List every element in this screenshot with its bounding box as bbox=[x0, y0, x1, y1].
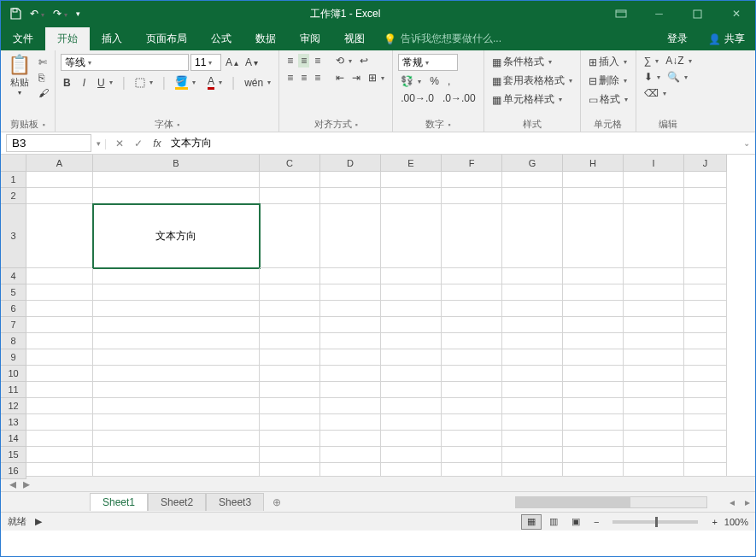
cell-J7[interactable] bbox=[684, 317, 727, 333]
cell-J15[interactable] bbox=[684, 447, 727, 463]
row-header-1[interactable]: 1 bbox=[1, 172, 26, 188]
cell-D12[interactable] bbox=[320, 398, 381, 414]
login-link[interactable]: 登录 bbox=[657, 27, 698, 50]
tab-插入[interactable]: 插入 bbox=[90, 27, 134, 50]
cell-A9[interactable] bbox=[26, 349, 93, 366]
cell-G8[interactable] bbox=[502, 333, 563, 349]
cell-C10[interactable] bbox=[260, 366, 320, 382]
italic-button[interactable]: I bbox=[80, 76, 88, 90]
row-header-15[interactable]: 15 bbox=[1, 447, 26, 463]
cell-G7[interactable] bbox=[502, 317, 563, 333]
cell-D10[interactable] bbox=[320, 366, 381, 382]
cell-C7[interactable] bbox=[260, 317, 320, 333]
name-box[interactable] bbox=[6, 134, 91, 152]
new-sheet-button[interactable]: ⊕ bbox=[264, 496, 290, 508]
cell-J8[interactable] bbox=[684, 333, 727, 349]
undo-icon[interactable]: ↶ bbox=[30, 8, 44, 20]
select-all-corner[interactable] bbox=[1, 155, 26, 172]
cell-B4[interactable] bbox=[93, 268, 260, 284]
cell-C12[interactable] bbox=[260, 398, 320, 414]
align-bottom-button[interactable]: ≡ bbox=[312, 54, 323, 67]
fx-icon[interactable]: fx bbox=[148, 138, 166, 150]
cell-B1[interactable] bbox=[93, 172, 260, 188]
cell-D13[interactable] bbox=[320, 414, 381, 431]
font-size-select[interactable]: 11 bbox=[190, 54, 221, 71]
cell-H4[interactable] bbox=[563, 268, 624, 284]
expand-formula-button[interactable]: ⌄ bbox=[738, 138, 755, 148]
table-format-button[interactable]: ▦套用表格格式 bbox=[489, 73, 575, 89]
cell-G13[interactable] bbox=[502, 414, 563, 431]
cell-C16[interactable] bbox=[260, 463, 320, 476]
tab-审阅[interactable]: 审阅 bbox=[288, 27, 332, 50]
column-header-F[interactable]: F bbox=[442, 155, 502, 172]
row-header-9[interactable]: 9 bbox=[1, 349, 26, 366]
cell-H13[interactable] bbox=[563, 414, 624, 431]
cell-D11[interactable] bbox=[320, 382, 381, 398]
sheet-nav-next[interactable]: ▸ bbox=[23, 476, 30, 492]
cell-E12[interactable] bbox=[381, 398, 442, 414]
cell-F5[interactable] bbox=[442, 284, 502, 301]
cell-I7[interactable] bbox=[624, 317, 684, 333]
horizontal-scrollbar[interactable] bbox=[515, 496, 707, 508]
cut-button[interactable]: ✄ bbox=[36, 56, 51, 69]
copy-button[interactable]: ⎘ bbox=[36, 71, 51, 85]
tab-页面布局[interactable]: 页面布局 bbox=[134, 27, 199, 50]
cell-E13[interactable] bbox=[381, 414, 442, 431]
cell-B14[interactable] bbox=[93, 431, 260, 447]
cell-H10[interactable] bbox=[563, 366, 624, 382]
cell-J16[interactable] bbox=[684, 463, 727, 476]
sheet-tab-Sheet1[interactable]: Sheet1 bbox=[90, 493, 148, 511]
cell-E11[interactable] bbox=[381, 382, 442, 398]
cell-I6[interactable] bbox=[624, 301, 684, 317]
cell-H1[interactable] bbox=[563, 172, 624, 188]
fill-color-button[interactable]: 🪣 bbox=[173, 74, 198, 91]
cell-H12[interactable] bbox=[563, 398, 624, 414]
number-launcher[interactable]: ▪ bbox=[448, 120, 450, 129]
tab-文件[interactable]: 文件 bbox=[1, 27, 45, 50]
zoom-level[interactable]: 100% bbox=[724, 517, 748, 527]
cell-D3[interactable] bbox=[320, 204, 381, 268]
orientation-button[interactable]: ⟲ bbox=[333, 54, 355, 67]
cell-J6[interactable] bbox=[684, 301, 727, 317]
ribbon-options-icon[interactable] bbox=[601, 1, 640, 26]
hscroll-left[interactable]: ◂ bbox=[724, 496, 740, 508]
cell-C1[interactable] bbox=[260, 172, 320, 188]
cell-C2[interactable] bbox=[260, 188, 320, 204]
cell-G12[interactable] bbox=[502, 398, 563, 414]
cell-F11[interactable] bbox=[442, 382, 502, 398]
cell-D14[interactable] bbox=[320, 431, 381, 447]
row-header-4[interactable]: 4 bbox=[1, 268, 26, 284]
cancel-formula-button[interactable]: ✕ bbox=[110, 138, 129, 150]
cell-H9[interactable] bbox=[563, 349, 624, 366]
increase-font-button[interactable]: A▴ bbox=[223, 56, 241, 69]
cell-I3[interactable] bbox=[624, 204, 684, 268]
cell-F14[interactable] bbox=[442, 431, 502, 447]
cell-J4[interactable] bbox=[684, 268, 727, 284]
cell-E3[interactable] bbox=[381, 204, 442, 268]
cell-B3[interactable]: 文本方向 bbox=[93, 204, 260, 268]
cell-J9[interactable] bbox=[684, 349, 727, 366]
cell-E1[interactable] bbox=[381, 172, 442, 188]
cell-C11[interactable] bbox=[260, 382, 320, 398]
cell-C13[interactable] bbox=[260, 414, 320, 431]
cell-H15[interactable] bbox=[563, 447, 624, 463]
cell-I9[interactable] bbox=[624, 349, 684, 366]
cell-A6[interactable] bbox=[26, 301, 93, 317]
zoom-out-button[interactable]: − bbox=[587, 517, 606, 527]
font-name-select[interactable]: 等线 bbox=[61, 54, 189, 71]
cell-E10[interactable] bbox=[381, 366, 442, 382]
cell-J5[interactable] bbox=[684, 284, 727, 301]
cell-E14[interactable] bbox=[381, 431, 442, 447]
cell-B5[interactable] bbox=[93, 284, 260, 301]
cell-C3[interactable] bbox=[260, 204, 320, 268]
normal-view-button[interactable]: ▦ bbox=[521, 514, 542, 530]
cell-A7[interactable] bbox=[26, 317, 93, 333]
cell-E5[interactable] bbox=[381, 284, 442, 301]
close-icon[interactable]: ✕ bbox=[717, 1, 755, 26]
row-header-6[interactable]: 6 bbox=[1, 301, 26, 317]
tab-数据[interactable]: 数据 bbox=[243, 27, 288, 50]
cell-G1[interactable] bbox=[502, 172, 563, 188]
cell-E7[interactable] bbox=[381, 317, 442, 333]
cell-D2[interactable] bbox=[320, 188, 381, 204]
cell-E4[interactable] bbox=[381, 268, 442, 284]
